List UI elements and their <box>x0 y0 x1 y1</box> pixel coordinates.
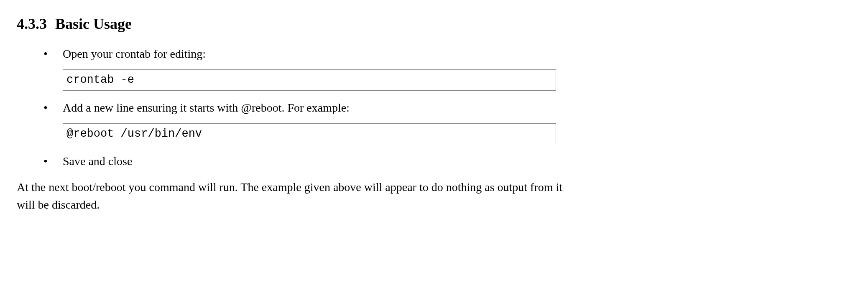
section-title: Basic Usage <box>55 15 132 32</box>
list-item: Open your crontab for editing: crontab -… <box>38 45 851 91</box>
list-item: Add a new line ensuring it starts with @… <box>38 99 851 145</box>
code-block: @reboot /usr/bin/env <box>63 123 556 145</box>
list-item-text: Open your crontab for editing: <box>63 47 206 60</box>
section-heading: 4.3.3Basic Usage <box>17 13 851 35</box>
section-number: 4.3.3 <box>17 15 47 32</box>
body-paragraph: At the next boot/reboot you command will… <box>17 178 569 214</box>
list-item-text: Add a new line ensuring it starts with @… <box>63 101 350 114</box>
bullet-list: Open your crontab for editing: crontab -… <box>38 45 851 170</box>
list-item: Save and close <box>38 153 851 170</box>
list-item-text: Save and close <box>63 155 132 168</box>
code-block: crontab -e <box>63 69 556 91</box>
